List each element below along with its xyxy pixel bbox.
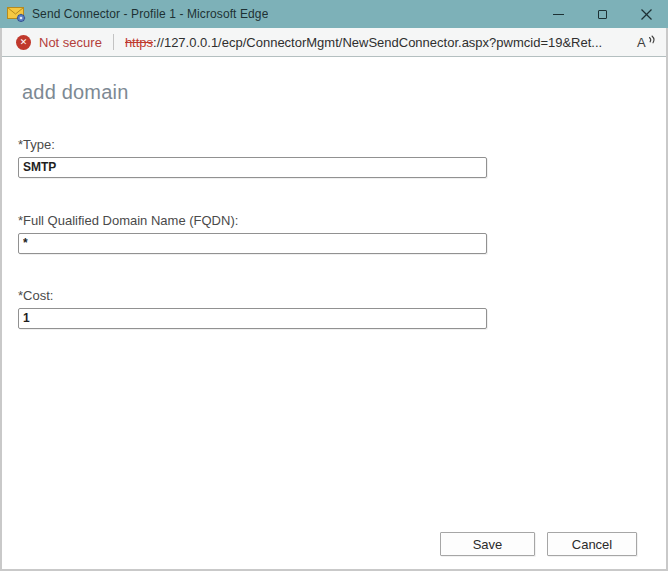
close-icon [641,9,652,20]
cost-input[interactable] [18,308,487,329]
save-button[interactable]: Save [440,532,535,556]
fqdn-input[interactable] [18,233,487,254]
maximize-button[interactable] [580,0,624,28]
page-title: add domain [22,81,129,104]
window-title: Send Connector - Profile 1 - Microsoft E… [32,7,268,21]
browser-window: Send Connector - Profile 1 - Microsoft E… [0,0,668,571]
url-path: ://127.0.0.1/ecp/ConnectorMgmt/NewSendCo… [153,35,602,50]
page-content: add domain *Type: *Full Qualified Domain… [2,57,666,569]
mail-gear-icon [7,6,26,22]
address-bar: ✕ Not secure https://127.0.0.1/ecp/Conne… [2,28,666,57]
url-scheme: https [125,35,153,50]
svg-text:A: A [637,35,646,50]
cancel-button[interactable]: Cancel [547,532,637,556]
url-text[interactable]: https://127.0.0.1/ecp/ConnectorMgmt/NewS… [125,35,628,50]
minimize-icon [553,14,564,15]
type-label: *Type: [18,137,55,152]
window-body: ✕ Not secure https://127.0.0.1/ecp/Conne… [0,28,668,571]
fqdn-label: *Full Qualified Domain Name (FQDN): [18,213,238,228]
close-button[interactable] [624,0,668,28]
address-divider [113,34,114,50]
maximize-icon [598,10,607,19]
cost-label: *Cost: [18,288,53,303]
not-secure-icon[interactable]: ✕ [16,35,31,50]
not-secure-label[interactable]: Not secure [39,35,102,50]
window-controls [536,0,668,28]
type-input[interactable] [18,157,487,178]
minimize-button[interactable] [536,0,580,28]
titlebar: Send Connector - Profile 1 - Microsoft E… [0,0,668,28]
read-aloud-icon[interactable]: A [636,33,656,51]
